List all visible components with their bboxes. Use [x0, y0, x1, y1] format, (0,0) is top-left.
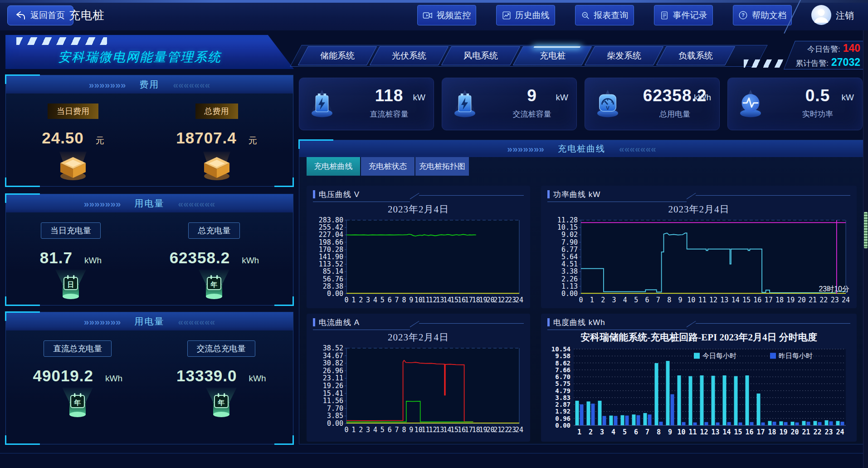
- ac-total-label: 交流总充电量: [187, 340, 255, 357]
- svg-text:12: 12: [700, 428, 708, 436]
- svg-text:6: 6: [388, 296, 392, 304]
- svg-text:V: V: [606, 105, 610, 111]
- svg-text:24: 24: [515, 426, 523, 434]
- power-chart-header: 功率曲线 kW: [547, 189, 850, 203]
- svg-text:22: 22: [819, 296, 828, 304]
- charge-energy-panel-header: »»»»»»» 用电量 «««««««: [6, 194, 293, 212]
- svg-text:3: 3: [600, 428, 604, 436]
- corner-accent: [274, 296, 294, 306]
- scrollbar-thumb[interactable]: [864, 212, 868, 248]
- svg-text:0.00: 0.00: [561, 290, 578, 298]
- help-docs-label: 帮助文档: [752, 10, 786, 21]
- total-fee-label: 总费用: [195, 103, 238, 119]
- svg-text:4: 4: [373, 426, 377, 434]
- back-home-button[interactable]: 返回首页: [7, 5, 73, 25]
- tab-wind-system[interactable]: 风电系统: [441, 46, 520, 65]
- svg-text:3.85: 3.85: [327, 412, 343, 420]
- svg-text:2.87: 2.87: [555, 401, 571, 408]
- tab-charging-pile[interactable]: 充电桩: [513, 46, 592, 65]
- video-monitor-button[interactable]: 视频监控: [417, 5, 476, 25]
- battery-icon: [307, 90, 336, 118]
- svg-text:26.96: 26.96: [323, 367, 343, 375]
- dashboard-root: 返回首页 充电桩 视频监控 历史曲线: [0, 0, 868, 468]
- tab-load-system[interactable]: 负载系统: [656, 46, 735, 65]
- title-bar-icon: [547, 318, 550, 326]
- calendar-day-icon: 日: [50, 269, 92, 301]
- logout-link[interactable]: 注销: [836, 10, 854, 22]
- svg-text:0.96: 0.96: [555, 415, 571, 422]
- svg-text:6.70: 6.70: [555, 373, 571, 380]
- power-chart-title: 功率曲线 kW: [553, 190, 600, 199]
- total-alarm-value: 27032: [831, 56, 860, 69]
- svg-text:日: 日: [67, 281, 74, 288]
- voltage-chart-plot: 283.80255.42227.04198.66170.28141.90113.…: [313, 217, 524, 305]
- svg-text:9.58: 9.58: [555, 352, 571, 360]
- chevron-right-icon: »»»»»»»: [507, 144, 544, 153]
- svg-text:24: 24: [842, 296, 850, 304]
- svg-text:0: 0: [344, 296, 348, 304]
- svg-text:4: 4: [373, 296, 377, 304]
- svg-text:4: 4: [623, 296, 627, 304]
- dc-ac-energy-panel-header: »»»»»»» 用电量 «««««««: [6, 312, 293, 330]
- top-nav-bar: 返回首页 充电桩 视频监控 历史曲线: [0, 0, 868, 30]
- svg-text:19: 19: [786, 296, 795, 304]
- chevron-left-icon: «««««««: [619, 144, 656, 153]
- dc-total-value: 49019.2: [33, 367, 93, 385]
- tab-pile-status[interactable]: 充电桩状态: [361, 157, 414, 176]
- total-charge-block: 总充电量 62358.2 kWh 年: [170, 222, 259, 301]
- tab-pile-topology[interactable]: 充电桩拓扑图: [415, 157, 469, 176]
- tab-pv-system[interactable]: 光伏系统: [370, 46, 449, 65]
- fee-panel-header: »»»»»»» 费用 «««««««: [6, 75, 293, 94]
- charts-grid: 电压曲线 V 2023年2月4日 283.80255.42227.04198.6…: [307, 186, 857, 438]
- user-avatar[interactable]: [811, 5, 832, 25]
- event-log-button[interactable]: 事件记录: [654, 5, 713, 25]
- svg-text:6: 6: [634, 428, 638, 436]
- svg-text:?: ?: [741, 12, 745, 18]
- dc-total-block: 直流总充电量 49019.2 kWh 年: [33, 340, 122, 419]
- svg-text:14: 14: [722, 428, 731, 436]
- chevron-right-icon: »»»»»»»: [89, 80, 126, 89]
- svg-text:4.79: 4.79: [555, 387, 571, 394]
- svg-text:12: 12: [709, 296, 717, 304]
- power-chart-plot: 11.2810.159.027.906.775.644.513.382.261.…: [547, 217, 850, 305]
- charging-curves-panel: »»»»»»» 充电桩曲线 ««««««« 充电桩曲线 充电桩状态 充电桩拓扑图…: [299, 140, 864, 444]
- svg-text:0: 0: [344, 426, 348, 434]
- svg-text:24: 24: [515, 296, 523, 304]
- chevron-left-icon: «««««««: [173, 80, 210, 89]
- back-home-label: 返回首页: [30, 10, 65, 21]
- tab-storage-system[interactable]: 储能系统: [298, 46, 377, 65]
- svg-text:5: 5: [634, 296, 638, 304]
- total-charge-label: 总充电量: [188, 222, 240, 239]
- svg-text:0.00: 0.00: [555, 422, 571, 429]
- svg-text:3: 3: [366, 296, 370, 304]
- ac-capacity-unit: kW: [556, 93, 568, 103]
- dc-total-unit: kWh: [105, 374, 122, 384]
- page-scrollbar[interactable]: [863, 30, 868, 468]
- tab-diesel-system[interactable]: 柴发系统: [585, 46, 663, 65]
- report-query-button[interactable]: 报表查询: [575, 5, 634, 25]
- svg-text:7: 7: [645, 428, 649, 436]
- svg-text:5.75: 5.75: [555, 380, 571, 388]
- energy-chart-card: 电度曲线 kWh 安科瑞储能系统-充电桩回路-EPI 2023年2月4日 分时电…: [541, 314, 857, 442]
- total-fee-block: 总费用 18707.4 元: [176, 103, 257, 182]
- tab-pile-curves[interactable]: 充电桩曲线: [307, 157, 360, 176]
- page-title: 充电桩: [69, 8, 104, 23]
- corner-accent: [5, 311, 40, 321]
- svg-text:18: 18: [768, 428, 776, 436]
- charge-energy-panel: »»»»»»» 用电量 ««««««« 当日充电量 81.7 kWh: [5, 194, 293, 305]
- svg-text:11.56: 11.56: [323, 397, 343, 405]
- svg-text:8: 8: [667, 296, 671, 304]
- total-charge-unit: kWh: [242, 256, 259, 266]
- svg-text:6: 6: [645, 296, 649, 304]
- svg-text:11: 11: [698, 296, 707, 304]
- corner-accent: [5, 74, 40, 84]
- history-curve-button[interactable]: 历史曲线: [496, 5, 555, 25]
- ac-total-unit: kWh: [249, 374, 266, 384]
- event-log-label: 事件记录: [673, 10, 707, 21]
- current-chart-title: 电流曲线 A: [319, 318, 360, 327]
- svg-text:16: 16: [753, 296, 761, 304]
- chevron-left-icon: «««««««: [178, 199, 215, 208]
- svg-text:9: 9: [409, 296, 413, 304]
- svg-text:10: 10: [677, 428, 685, 436]
- help-docs-button[interactable]: ? 帮助文档: [733, 5, 792, 25]
